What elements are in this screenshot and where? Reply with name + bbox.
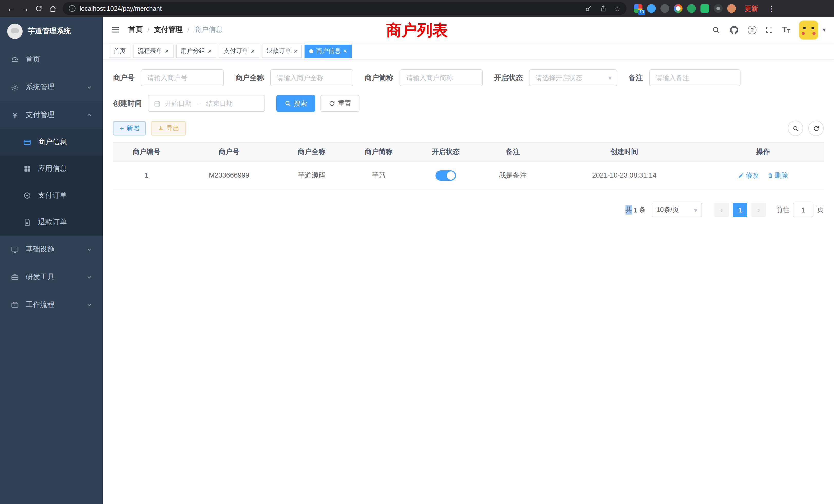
extension-icon-4[interactable] bbox=[674, 4, 682, 13]
search-button[interactable]: 搜索 bbox=[276, 95, 315, 112]
browser-update-button[interactable]: 更新 bbox=[745, 4, 758, 13]
font-size-icon[interactable]: TT bbox=[782, 26, 790, 34]
extension-icon-3[interactable] bbox=[660, 4, 669, 13]
sidebar-toggle-button[interactable] bbox=[111, 25, 120, 35]
sidebar-item-app-info[interactable]: 应用信息 bbox=[0, 156, 103, 182]
breadcrumb-home[interactable]: 首页 bbox=[128, 25, 143, 35]
password-key-icon[interactable] bbox=[585, 5, 593, 12]
app-logo: 芋道管理系统 bbox=[0, 17, 103, 46]
chevron-right-icon: › bbox=[757, 206, 760, 214]
toolbox-icon bbox=[10, 273, 20, 281]
short-name-input[interactable] bbox=[399, 69, 483, 86]
browser-menu-button[interactable]: ⋮ bbox=[765, 2, 778, 16]
field-label: 开启状态 bbox=[494, 73, 523, 83]
tab-user-group[interactable]: 用户分组 × bbox=[176, 44, 216, 58]
reset-button[interactable]: 重置 bbox=[321, 95, 359, 112]
document-icon bbox=[23, 218, 32, 226]
tab-merchant-info[interactable]: 商户信息 × bbox=[305, 44, 352, 58]
tab-refund-orders[interactable]: 退款订单 × bbox=[262, 44, 302, 58]
sidebar-item-dev-tools[interactable]: 研发工具 bbox=[0, 263, 103, 291]
sidebar-item-label: 支付管理 bbox=[26, 110, 54, 120]
browser-extensions: 10 更新 ⋮ bbox=[634, 2, 778, 16]
fullscreen-icon[interactable] bbox=[765, 26, 773, 34]
status-select[interactable]: 请选择开启状态 ▾ bbox=[529, 69, 617, 86]
sidebar-item-label: 支付订单 bbox=[38, 191, 67, 200]
column-header: 开启状态 bbox=[412, 142, 479, 161]
extension-icon-6[interactable] bbox=[701, 4, 709, 13]
sidebar-item-pay-orders[interactable]: 支付订单 bbox=[0, 182, 103, 209]
overflow-icon: ⋮ bbox=[768, 4, 775, 13]
chevron-up-icon bbox=[86, 112, 92, 118]
refresh-table-button[interactable] bbox=[808, 121, 824, 136]
github-icon[interactable] bbox=[729, 25, 739, 35]
tab-home[interactable]: 首页 bbox=[109, 44, 130, 58]
site-info-icon[interactable]: i bbox=[69, 5, 75, 12]
bookmark-star-icon[interactable]: ☆ bbox=[614, 4, 620, 13]
page-size-select[interactable]: 10条/页 ▾ bbox=[652, 203, 702, 217]
field-label: 商户简称 bbox=[365, 73, 393, 83]
extension-icon-5[interactable] bbox=[687, 4, 696, 13]
browser-back-button[interactable]: ← bbox=[4, 2, 18, 16]
hamburger-icon bbox=[111, 25, 120, 35]
sidebar-item-workflow[interactable]: 工作流程 bbox=[0, 291, 103, 319]
toggle-search-button[interactable] bbox=[788, 121, 803, 136]
record-icon bbox=[23, 191, 32, 200]
user-dropdown-caret-icon[interactable]: ▾ bbox=[823, 26, 826, 33]
breadcrumb-section[interactable]: 支付管理 bbox=[154, 25, 183, 35]
merchant-no-input[interactable] bbox=[141, 69, 224, 86]
share-icon[interactable] bbox=[599, 5, 607, 12]
add-button[interactable]: + 新增 bbox=[113, 121, 146, 136]
tab-process-form[interactable]: 流程表单 × bbox=[133, 44, 173, 58]
next-page-button[interactable]: › bbox=[751, 203, 766, 217]
page-number-button[interactable]: 1 bbox=[733, 203, 747, 217]
extension-icon-1[interactable]: 10 bbox=[634, 4, 642, 13]
browser-forward-button[interactable]: → bbox=[18, 2, 32, 16]
remark-input[interactable] bbox=[649, 69, 741, 86]
prev-page-button[interactable]: ‹ bbox=[714, 203, 729, 217]
close-icon[interactable]: × bbox=[165, 48, 169, 54]
url-text: localhost:1024/pay/merchant bbox=[80, 5, 162, 12]
help-icon[interactable]: ? bbox=[748, 25, 756, 34]
sidebar-item-infrastructure[interactable]: 基础设施 bbox=[0, 235, 103, 263]
export-button[interactable]: 导出 bbox=[151, 121, 186, 136]
extension-icon-2[interactable] bbox=[647, 4, 656, 13]
briefcase-icon bbox=[10, 301, 20, 309]
table-right-tools bbox=[788, 121, 824, 136]
search-icon bbox=[792, 125, 799, 132]
sidebar-item-refund-orders[interactable]: 退款订单 bbox=[0, 209, 103, 235]
close-icon[interactable]: × bbox=[208, 48, 212, 54]
address-bar[interactable]: i localhost:1024/pay/merchant ☆ bbox=[63, 2, 627, 15]
grid-icon bbox=[23, 165, 32, 173]
tab-pay-orders[interactable]: 支付订单 × bbox=[219, 44, 259, 58]
pagination: 共 1 条 10条/页 ▾ ‹ 1 › 前往 页 bbox=[113, 203, 824, 217]
cell-status bbox=[412, 161, 479, 189]
status-toggle[interactable] bbox=[436, 170, 456, 180]
cell-short-name: 芋艿 bbox=[345, 161, 412, 189]
pencil-icon bbox=[738, 172, 744, 178]
chevron-down-icon: ▾ bbox=[608, 74, 612, 82]
profile-avatar-icon[interactable] bbox=[727, 4, 736, 13]
close-icon[interactable]: × bbox=[343, 48, 347, 54]
user-avatar[interactable] bbox=[799, 20, 818, 39]
search-icon[interactable] bbox=[712, 25, 721, 34]
delete-link[interactable]: 删除 bbox=[767, 171, 788, 180]
jump-page-input[interactable] bbox=[793, 203, 813, 217]
close-icon[interactable]: × bbox=[250, 48, 255, 54]
main-area: 商户列表 首页 / 支付管理 / 商户信息 ? TT bbox=[103, 17, 834, 504]
browser-reload-button[interactable] bbox=[32, 2, 46, 16]
sidebar-item-payment[interactable]: ¥ 支付管理 bbox=[0, 101, 103, 129]
sidebar-item-merchant-info[interactable]: 商户信息 bbox=[0, 129, 103, 156]
table-header-row: 商户编号 商户号 商户全称 商户简称 开启状态 备注 创建时间 操作 bbox=[113, 142, 824, 161]
full-name-input[interactable] bbox=[270, 69, 353, 86]
refresh-icon bbox=[329, 100, 335, 107]
close-icon[interactable]: × bbox=[294, 48, 298, 54]
date-range-picker[interactable]: 开始日期 - 结束日期 bbox=[148, 95, 265, 112]
cell-merchant-no: M233666999 bbox=[180, 161, 278, 189]
sidebar-item-label: 退款订单 bbox=[38, 217, 67, 227]
sidebar-item-home[interactable]: 首页 bbox=[0, 46, 103, 73]
filter-create-time: 创建时间 开始日期 - 结束日期 bbox=[113, 95, 265, 112]
browser-home-button[interactable] bbox=[46, 2, 60, 16]
edit-link[interactable]: 修改 bbox=[738, 171, 759, 180]
sidebar-item-system[interactable]: 系统管理 bbox=[0, 73, 103, 101]
extension-icon-7[interactable] bbox=[714, 4, 723, 13]
